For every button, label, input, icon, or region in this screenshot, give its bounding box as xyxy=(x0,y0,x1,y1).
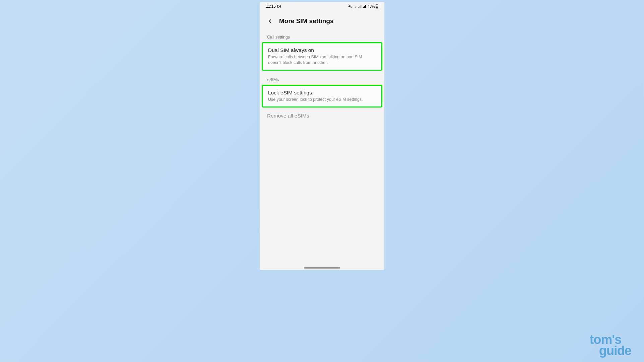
status-bar: 11:16 43% xyxy=(260,2,384,11)
lock-esim-title: Lock eSIM settings xyxy=(268,90,376,96)
svg-rect-7 xyxy=(376,7,378,8)
page-header: More SIM settings xyxy=(260,11,384,28)
remove-all-esims-title: Remove all eSIMs xyxy=(267,113,377,119)
wifi-icon xyxy=(353,4,358,8)
battery-icon xyxy=(376,4,378,9)
dual-sim-always-on-item[interactable]: Dual SIM always on Forward calls between… xyxy=(262,42,382,71)
dual-sim-title: Dual SIM always on xyxy=(268,47,376,53)
section-label-esims: eSIMs xyxy=(260,71,384,85)
signal-icon-1 xyxy=(358,4,362,8)
back-button[interactable] xyxy=(267,18,273,24)
mute-icon xyxy=(348,4,352,8)
lock-esim-desc: Use your screen lock to protect your eSI… xyxy=(268,97,376,102)
svg-rect-4 xyxy=(359,7,359,8)
lock-esim-settings-item[interactable]: Lock eSIM settings Use your screen lock … xyxy=(262,85,382,107)
signal-icon-2 xyxy=(363,4,367,8)
esims-group: Lock eSIM settings Use your screen lock … xyxy=(262,85,382,107)
call-settings-group: Dual SIM always on Forward calls between… xyxy=(262,42,382,71)
toms-guide-logo: tom's guide xyxy=(590,334,631,356)
remove-all-esims-item[interactable]: Remove all eSIMs xyxy=(260,107,384,124)
dual-sim-desc: Forward calls between SIMs so talking on… xyxy=(268,54,376,66)
svg-point-1 xyxy=(278,6,279,6)
phone-screenshot: 11:16 43% Mor xyxy=(260,2,384,270)
page-title: More SIM settings xyxy=(279,17,334,25)
home-indicator[interactable] xyxy=(304,267,340,269)
section-label-call-settings: Call settings xyxy=(260,28,384,42)
logo-line-2: guide xyxy=(590,345,631,356)
image-icon xyxy=(277,4,281,8)
svg-point-3 xyxy=(355,7,355,8)
status-time: 11:16 xyxy=(266,4,276,9)
battery-percent: 43% xyxy=(368,4,375,8)
chevron-left-icon xyxy=(267,18,273,24)
